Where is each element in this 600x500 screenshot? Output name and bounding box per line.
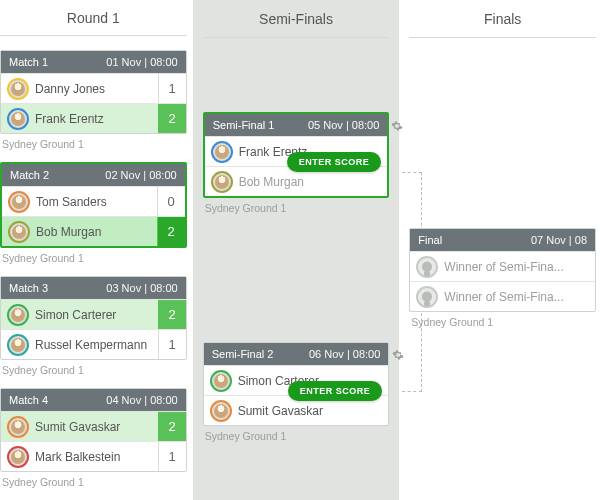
player-name: Winner of Semi-Fina... bbox=[444, 290, 595, 304]
player-name: Bob Murgan bbox=[36, 225, 157, 239]
match-datetime: 06 Nov | 08:00 bbox=[309, 348, 380, 360]
avatar bbox=[211, 141, 233, 163]
match-title: Match 4 bbox=[9, 394, 48, 406]
score-cell: 1 bbox=[158, 74, 186, 103]
avatar bbox=[8, 221, 30, 243]
column-header-round1: Round 1 bbox=[0, 0, 187, 36]
avatar bbox=[211, 171, 233, 193]
player-row[interactable]: Danny Jones 1 bbox=[1, 73, 186, 103]
venue-label: Sydney Ground 1 bbox=[205, 202, 390, 214]
score-cell: 0 bbox=[157, 187, 185, 216]
player-row[interactable]: Simon Carterer 2 bbox=[1, 299, 186, 329]
match-title: Semi-Final 2 bbox=[212, 348, 274, 360]
match-datetime: 07 Nov | 08 bbox=[531, 234, 587, 246]
avatar-placeholder bbox=[416, 286, 438, 308]
score-cell: 2 bbox=[158, 300, 186, 329]
venue-label: Sydney Ground 1 bbox=[2, 476, 187, 488]
semi-card-2[interactable]: Semi-Final 2 06 Nov | 08:00 Simon Carter… bbox=[203, 342, 390, 426]
player-name: Danny Jones bbox=[35, 82, 158, 96]
final-card[interactable]: Final 07 Nov | 08 Winner of Semi-Fina...… bbox=[409, 228, 596, 312]
avatar bbox=[7, 446, 29, 468]
player-name: Simon Carterer bbox=[35, 308, 158, 322]
player-name: Frank Erentz bbox=[35, 112, 158, 126]
avatar bbox=[210, 400, 232, 422]
enter-score-button[interactable]: ENTER SCORE bbox=[287, 152, 382, 172]
enter-score-button[interactable]: ENTER SCORE bbox=[288, 381, 383, 401]
match-datetime: 04 Nov | 08:00 bbox=[106, 394, 177, 406]
avatar bbox=[7, 304, 29, 326]
column-header-semi: Semi-Finals bbox=[203, 0, 390, 38]
match-card-1[interactable]: Match 1 01 Nov | 08:00 Danny Jones 1 Fra… bbox=[0, 50, 187, 134]
player-row[interactable]: Mark Balkestein 1 bbox=[1, 441, 186, 471]
score-cell: 2 bbox=[158, 104, 186, 133]
match-header: Match 1 01 Nov | 08:00 bbox=[1, 51, 186, 73]
player-row[interactable]: Tom Sanders 0 bbox=[2, 186, 185, 216]
semi-card-1[interactable]: Semi-Final 1 05 Nov | 08:00 Frank Erentz… bbox=[203, 112, 390, 198]
match-datetime: 03 Nov | 08:00 bbox=[106, 282, 177, 294]
player-row[interactable]: Bob Murgan 2 bbox=[2, 216, 185, 246]
score-cell: 2 bbox=[158, 412, 186, 441]
venue-label: Sydney Ground 1 bbox=[2, 364, 187, 376]
column-header-finals: Finals bbox=[409, 0, 596, 38]
player-name: Tom Sanders bbox=[36, 195, 157, 209]
player-row[interactable]: Winner of Semi-Fina... bbox=[410, 281, 595, 311]
avatar bbox=[7, 108, 29, 130]
player-row[interactable]: Russel Kempermann 1 bbox=[1, 329, 186, 359]
match-header: Match 2 02 Nov | 08:00 bbox=[2, 164, 185, 186]
match-title: Final bbox=[418, 234, 442, 246]
match-datetime: 02 Nov | 08:00 bbox=[105, 169, 176, 181]
match-card-4[interactable]: Match 4 04 Nov | 08:00 Sumit Gavaskar 2 … bbox=[0, 388, 187, 472]
match-header: Match 3 03 Nov | 08:00 bbox=[1, 277, 186, 299]
score-cell: 1 bbox=[158, 330, 186, 359]
score-cell: 1 bbox=[158, 442, 186, 471]
player-name: Bob Murgan bbox=[239, 175, 388, 189]
player-name: Sumit Gavaskar bbox=[238, 404, 389, 418]
player-name: Russel Kempermann bbox=[35, 338, 158, 352]
avatar bbox=[7, 416, 29, 438]
match-card-2[interactable]: Match 2 02 Nov | 08:00 Tom Sanders 0 Bob… bbox=[0, 162, 187, 248]
player-name: Winner of Semi-Fina... bbox=[444, 260, 595, 274]
player-row[interactable]: Sumit Gavaskar 2 bbox=[1, 411, 186, 441]
player-row[interactable]: Frank Erentz 2 bbox=[1, 103, 186, 133]
player-name: Sumit Gavaskar bbox=[35, 420, 158, 434]
match-datetime: 01 Nov | 08:00 bbox=[106, 56, 177, 68]
match-datetime: 05 Nov | 08:00 bbox=[308, 119, 379, 131]
match-title: Match 1 bbox=[9, 56, 48, 68]
venue-label: Sydney Ground 1 bbox=[2, 138, 187, 150]
venue-label: Sydney Ground 1 bbox=[2, 252, 187, 264]
score-cell: 2 bbox=[157, 217, 185, 246]
player-name: Mark Balkestein bbox=[35, 450, 158, 464]
avatar bbox=[7, 334, 29, 356]
avatar bbox=[210, 370, 232, 392]
match-title: Match 3 bbox=[9, 282, 48, 294]
avatar bbox=[8, 191, 30, 213]
match-header: Semi-Final 2 06 Nov | 08:00 bbox=[204, 343, 389, 365]
match-header: Final 07 Nov | 08 bbox=[410, 229, 595, 251]
match-title: Match 2 bbox=[10, 169, 49, 181]
player-row[interactable]: Winner of Semi-Fina... bbox=[410, 251, 595, 281]
avatar-placeholder bbox=[416, 256, 438, 278]
match-card-3[interactable]: Match 3 03 Nov | 08:00 Simon Carterer 2 … bbox=[0, 276, 187, 360]
match-title: Semi-Final 1 bbox=[213, 119, 275, 131]
match-header: Match 4 04 Nov | 08:00 bbox=[1, 389, 186, 411]
match-header: Semi-Final 1 05 Nov | 08:00 bbox=[205, 114, 388, 136]
avatar bbox=[7, 78, 29, 100]
venue-label: Sydney Ground 1 bbox=[205, 430, 390, 442]
venue-label: Sydney Ground 1 bbox=[411, 316, 596, 328]
